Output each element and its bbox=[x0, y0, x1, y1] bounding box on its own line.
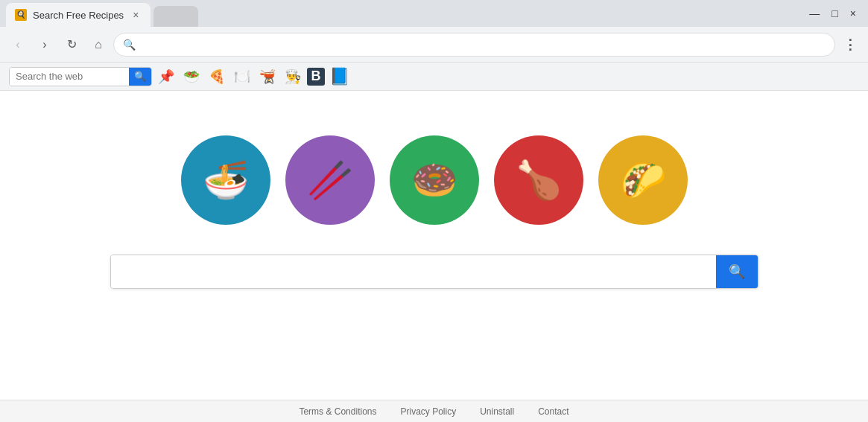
main-search-button[interactable]: 🔍 bbox=[716, 255, 758, 289]
food-icon-bowl[interactable]: 🍜 bbox=[181, 135, 270, 225]
food-icon-donut[interactable]: 🍩 bbox=[390, 135, 479, 225]
active-tab[interactable]: 🍳 Search Free Recipes × bbox=[6, 3, 151, 27]
reload-button[interactable]: ↻ bbox=[60, 33, 83, 57]
url-bar[interactable]: 🔍 bbox=[113, 33, 835, 57]
bookmarks-bar: 🔍 📌 🥗 🍕 🍽️ 🫕 👨‍🍳 B 📘 bbox=[0, 63, 868, 91]
inactive-tab[interactable] bbox=[153, 6, 198, 27]
bookmark-b[interactable]: B bbox=[307, 68, 325, 86]
url-search-icon: 🔍 bbox=[123, 39, 136, 51]
food-icons-row: 🍜 🥢 🍩 🍗 🌮 bbox=[181, 135, 688, 225]
bookmark-pot[interactable]: 🫕 bbox=[256, 65, 279, 88]
footer-uninstall[interactable]: Uninstall bbox=[480, 406, 514, 417]
tab-close-button[interactable]: × bbox=[130, 7, 142, 22]
bookmark-pizza[interactable]: 🍕 bbox=[206, 65, 228, 88]
forward-button[interactable]: › bbox=[33, 33, 57, 57]
food-icon-taco[interactable]: 🌮 bbox=[598, 135, 688, 225]
tab-favicon: 🍳 bbox=[15, 9, 27, 21]
window-controls: — □ × bbox=[809, 7, 862, 19]
nav-bar: ‹ › ↻ ⌂ 🔍 ⋮ bbox=[0, 27, 868, 63]
footer-privacy[interactable]: Privacy Policy bbox=[400, 406, 456, 417]
title-bar: 🍳 Search Free Recipes × — □ × bbox=[0, 0, 868, 27]
back-button[interactable]: ‹ bbox=[6, 33, 30, 57]
bookmark-chef[interactable]: 👨‍🍳 bbox=[282, 65, 304, 88]
main-search-input[interactable] bbox=[111, 255, 716, 288]
browser-menu-button[interactable]: ⋮ bbox=[838, 33, 862, 57]
bookmarks-search-button[interactable]: 🔍 bbox=[129, 67, 151, 86]
footer: Terms & Conditions Privacy Policy Uninst… bbox=[0, 400, 868, 422]
tab-area: 🍳 Search Free Recipes × bbox=[6, 0, 809, 27]
footer-terms[interactable]: Terms & Conditions bbox=[299, 406, 376, 417]
maximize-button[interactable]: □ bbox=[831, 7, 837, 19]
food-icon-chopsticks[interactable]: 🥢 bbox=[285, 135, 375, 225]
bookmarks-search-input[interactable] bbox=[10, 68, 129, 86]
food-icon-chicken[interactable]: 🍗 bbox=[494, 135, 583, 225]
footer-contact[interactable]: Contact bbox=[538, 406, 568, 417]
close-window-button[interactable]: × bbox=[850, 7, 856, 19]
bookmarks-search-bar[interactable]: 🔍 bbox=[9, 67, 152, 86]
bookmark-salad[interactable]: 🥗 bbox=[180, 65, 203, 88]
bookmark-plate[interactable]: 🍽️ bbox=[231, 65, 253, 88]
tab-label: Search Free Recipes bbox=[33, 10, 124, 21]
bookmark-facebook[interactable]: 📘 bbox=[328, 65, 350, 88]
bookmark-pin[interactable]: 📌 bbox=[155, 65, 177, 88]
home-button[interactable]: ⌂ bbox=[86, 33, 110, 57]
main-search-bar[interactable]: 🔍 bbox=[110, 255, 758, 289]
main-content: 🍜 🥢 🍩 🍗 🌮 🔍 bbox=[0, 91, 868, 400]
minimize-button[interactable]: — bbox=[809, 7, 820, 19]
